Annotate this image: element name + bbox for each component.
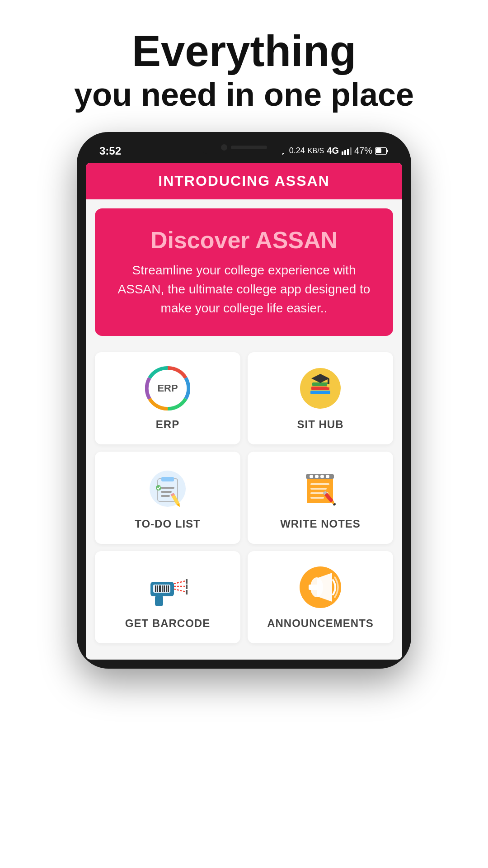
svg-rect-47 <box>164 585 165 592</box>
feature-card-barcode[interactable]: GET BARCODE <box>95 551 240 643</box>
hero-subtitle: Streamline your college experience with … <box>108 261 380 318</box>
svg-text:ERP: ERP <box>157 382 178 394</box>
feature-label-announcements: ANNOUNCEMENTS <box>267 617 374 630</box>
svg-rect-55 <box>186 590 188 594</box>
svg-rect-0 <box>342 151 343 155</box>
svg-rect-19 <box>161 487 174 489</box>
svg-point-22 <box>156 485 161 491</box>
svg-point-28 <box>310 475 313 478</box>
bottom-spacing <box>86 651 402 660</box>
phone-screen: INTRODUCING ASSAN Discover ASSAN Streaml… <box>86 163 402 660</box>
feature-card-todo[interactable]: TO-DO LIST <box>95 452 240 544</box>
app-header: INTRODUCING ASSAN <box>86 163 402 199</box>
sit-hub-icon <box>298 366 343 411</box>
erp-icon: ERP <box>145 366 190 411</box>
svg-rect-49 <box>168 585 169 592</box>
svg-rect-45 <box>159 585 161 592</box>
svg-rect-1 <box>344 150 346 155</box>
svg-rect-12 <box>312 382 328 386</box>
svg-rect-2 <box>347 149 349 155</box>
svg-rect-44 <box>157 585 158 592</box>
svg-point-31 <box>326 475 329 478</box>
svg-line-52 <box>174 589 186 592</box>
battery-icon <box>375 147 389 155</box>
feature-card-erp[interactable]: ERP ERP <box>95 352 240 444</box>
barcode-icon <box>145 565 190 610</box>
feature-card-write-notes[interactable]: WRITE NOTES <box>248 452 393 544</box>
feature-label-barcode: GET BARCODE <box>125 617 210 630</box>
phone-mockup: 3:52 0.24 KB/S 4G 47% INTRODUCING <box>77 132 411 669</box>
camera <box>221 144 227 151</box>
svg-rect-41 <box>155 595 163 606</box>
feature-card-sit-hub[interactable]: SIT HUB <box>248 352 393 444</box>
features-grid: ERP ERP <box>86 345 402 651</box>
svg-rect-46 <box>162 585 163 592</box>
write-notes-icon <box>298 465 343 510</box>
headline-line2: you need in one place <box>74 75 414 114</box>
feature-card-announcements[interactable]: ANNOUNCEMENTS <box>248 551 393 643</box>
svg-rect-48 <box>166 585 167 592</box>
svg-rect-53 <box>186 579 188 584</box>
announcements-icon <box>298 565 343 610</box>
svg-rect-20 <box>161 491 172 493</box>
status-time: 3:52 <box>99 145 121 157</box>
svg-rect-35 <box>310 497 324 499</box>
page-header: Everything you need in one place <box>56 0 432 132</box>
status-right: 0.24 KB/S 4G 47% <box>278 146 389 156</box>
svg-rect-3 <box>350 147 352 155</box>
svg-rect-10 <box>310 391 330 394</box>
svg-rect-18 <box>161 477 174 481</box>
feature-label-erp: ERP <box>156 418 179 431</box>
svg-rect-21 <box>161 495 170 497</box>
headline-line1: Everything <box>74 27 414 75</box>
svg-rect-14 <box>328 378 329 385</box>
signal-icon <box>342 147 352 155</box>
svg-rect-54 <box>186 585 188 589</box>
feature-label-write-notes: WRITE NOTES <box>280 518 361 530</box>
svg-rect-43 <box>155 585 156 592</box>
svg-rect-59 <box>309 585 318 590</box>
svg-rect-11 <box>311 387 329 390</box>
svg-line-50 <box>174 581 186 584</box>
svg-point-15 <box>327 384 330 387</box>
svg-point-29 <box>315 475 319 478</box>
hero-title: Discover ASSAN <box>108 226 380 254</box>
hero-title-plain: Discover <box>150 227 255 253</box>
speaker <box>231 146 267 149</box>
app-header-title: INTRODUCING ASSAN <box>96 173 392 189</box>
hero-banner: Discover ASSAN Streamline your college e… <box>95 208 393 336</box>
svg-rect-5 <box>376 148 381 153</box>
svg-point-30 <box>320 475 324 478</box>
svg-rect-32 <box>310 483 329 485</box>
hero-title-accent: ASSAN <box>255 227 338 253</box>
todo-icon <box>145 465 190 510</box>
svg-rect-6 <box>387 150 388 152</box>
feature-label-todo: TO-DO LIST <box>135 518 201 530</box>
phone-notch <box>199 141 289 154</box>
svg-rect-33 <box>310 488 327 490</box>
feature-label-sit-hub: SIT HUB <box>297 418 344 431</box>
